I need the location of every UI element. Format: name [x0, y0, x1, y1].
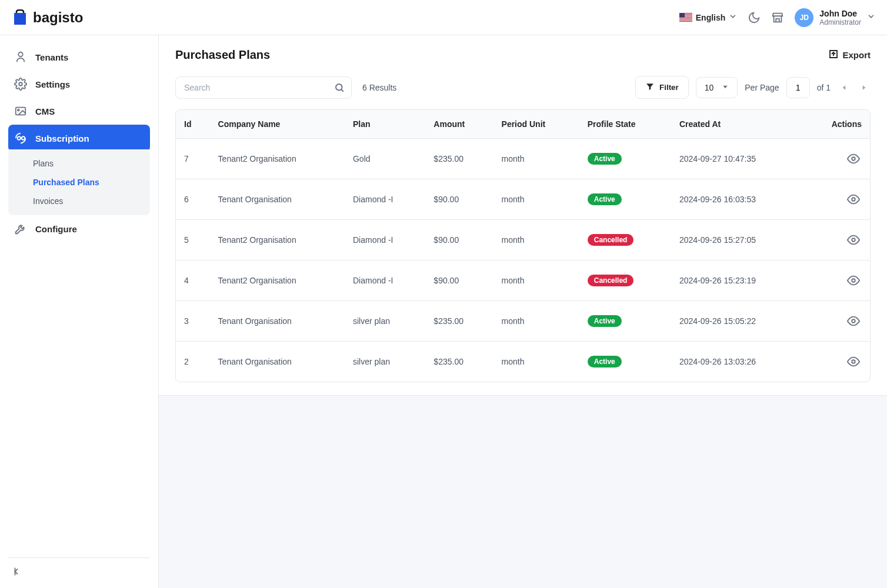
- cell-company: Tenant Organisation: [210, 301, 345, 342]
- svg-rect-7: [679, 21, 692, 21]
- table-header-row: Id Company Name Plan Amount Period Unit …: [176, 110, 870, 139]
- sidebar-item-label: Subscription: [35, 133, 89, 143]
- table-row: 5Tenant2 OrganisationDiamond -I$90.00mon…: [176, 220, 870, 260]
- page-of-text: of 1: [817, 83, 831, 92]
- cell-company: Tenant2 Organisation: [210, 220, 345, 260]
- cell-id: 2: [176, 342, 210, 382]
- page-input[interactable]: [786, 77, 810, 98]
- sidebar-item-tenants[interactable]: Tenants: [8, 44, 150, 71]
- cell-plan: Diamond -I: [345, 220, 425, 260]
- cell-created: 2024-09-26 16:03:53: [671, 179, 803, 220]
- cell-created: 2024-09-27 10:47:35: [671, 139, 803, 179]
- cell-plan: Gold: [345, 139, 425, 179]
- page-header: Purchased Plans Export: [175, 48, 871, 62]
- submenu-item-invoices[interactable]: Invoices: [8, 192, 150, 211]
- col-period[interactable]: Period Unit: [493, 110, 579, 139]
- search-input[interactable]: [175, 76, 352, 99]
- cell-plan: Diamond -I: [345, 260, 425, 301]
- cell-amount: $235.00: [425, 342, 493, 382]
- search-box: [175, 76, 352, 99]
- next-page-button[interactable]: [858, 81, 871, 94]
- perpage-select[interactable]: 10: [696, 77, 738, 98]
- image-icon: [14, 105, 27, 118]
- cell-amount: $235.00: [425, 301, 493, 342]
- sidebar: Tenants Settings CMS Subscription Plans …: [0, 35, 159, 588]
- submenu-item-purchased-plans[interactable]: Purchased Plans: [8, 173, 150, 192]
- svg-point-17: [852, 198, 855, 201]
- export-label: Export: [842, 50, 871, 60]
- table-row: 6Tenant OrganisationDiamond -I$90.00mont…: [176, 179, 870, 220]
- sidebar-item-settings[interactable]: Settings: [8, 71, 150, 98]
- cell-period: month: [493, 301, 579, 342]
- col-state[interactable]: Profile State: [579, 110, 671, 139]
- store-icon[interactable]: [771, 11, 784, 24]
- content-area: Purchased Plans Export 6 Re: [159, 35, 887, 396]
- filter-button[interactable]: Filter: [635, 76, 689, 99]
- svg-rect-6: [679, 19, 692, 19]
- user-role: Administrator: [819, 18, 861, 26]
- user-menu[interactable]: JD John Doe Administrator: [795, 8, 875, 27]
- table-row: 7Tenant2 OrganisationGold$235.00monthAct…: [176, 139, 870, 179]
- brand-logo[interactable]: bagisto: [12, 9, 83, 26]
- eye-icon: [847, 152, 860, 165]
- view-button[interactable]: [845, 313, 862, 329]
- sidebar-item-configure[interactable]: Configure: [8, 215, 150, 242]
- cell-state: Cancelled: [579, 220, 671, 260]
- table-row: 4Tenant2 OrganisationDiamond -I$90.00mon…: [176, 260, 870, 301]
- cell-plan: Diamond -I: [345, 179, 425, 220]
- cell-plan: silver plan: [345, 342, 425, 382]
- avatar-initials: JD: [800, 14, 809, 22]
- eye-icon: [847, 355, 860, 368]
- user-icon: [14, 51, 27, 64]
- svg-point-10: [19, 82, 22, 86]
- svg-point-9: [18, 52, 22, 56]
- flag-icon: [679, 13, 692, 22]
- svg-rect-0: [14, 13, 26, 25]
- sidebar-item-label: Tenants: [35, 52, 68, 62]
- svg-point-12: [18, 109, 19, 111]
- svg-point-14: [22, 136, 25, 140]
- cell-created: 2024-09-26 15:27:05: [671, 220, 803, 260]
- cell-id: 5: [176, 220, 210, 260]
- col-actions: Actions: [803, 110, 870, 139]
- sidebar-item-subscription[interactable]: Subscription: [8, 125, 150, 152]
- cell-period: month: [493, 342, 579, 382]
- svg-point-18: [852, 238, 855, 242]
- perpage-value: 10: [705, 83, 714, 92]
- view-button[interactable]: [845, 151, 862, 167]
- view-button[interactable]: [845, 191, 862, 208]
- brand-text: bagisto: [33, 9, 83, 26]
- submenu-item-plans[interactable]: Plans: [8, 154, 150, 173]
- prev-page-button[interactable]: [838, 81, 851, 94]
- dark-mode-icon[interactable]: [748, 11, 761, 24]
- col-company[interactable]: Company Name: [210, 110, 345, 139]
- cell-actions: [803, 301, 870, 342]
- status-badge: Active: [588, 356, 622, 368]
- language-selector[interactable]: English: [679, 12, 738, 22]
- collapse-sidebar-button[interactable]: [12, 570, 25, 580]
- cell-amount: $90.00: [425, 220, 493, 260]
- col-created[interactable]: Created At: [671, 110, 803, 139]
- col-id[interactable]: Id: [176, 110, 210, 139]
- cell-amount: $90.00: [425, 179, 493, 220]
- view-button[interactable]: [845, 272, 862, 289]
- table-row: 2Tenant Organisationsilver plan$235.00mo…: [176, 342, 870, 382]
- view-button[interactable]: [845, 232, 862, 248]
- status-badge: Active: [588, 193, 622, 205]
- sidebar-item-label: Settings: [35, 79, 70, 89]
- col-amount[interactable]: Amount: [425, 110, 493, 139]
- eye-icon: [847, 193, 860, 206]
- sidebar-item-cms[interactable]: CMS: [8, 98, 150, 125]
- eye-icon: [847, 233, 860, 246]
- eye-icon: [847, 274, 860, 287]
- cell-company: Tenant Organisation: [210, 179, 345, 220]
- export-button[interactable]: Export: [828, 49, 871, 61]
- view-button[interactable]: [845, 353, 862, 370]
- subscription-submenu: Plans Purchased Plans Invoices: [8, 149, 150, 215]
- cell-state: Active: [579, 179, 671, 220]
- purchased-plans-table: Id Company Name Plan Amount Period Unit …: [176, 110, 870, 382]
- page-title: Purchased Plans: [175, 48, 270, 62]
- cell-period: month: [493, 139, 579, 179]
- col-plan[interactable]: Plan: [345, 110, 425, 139]
- cell-state: Active: [579, 301, 671, 342]
